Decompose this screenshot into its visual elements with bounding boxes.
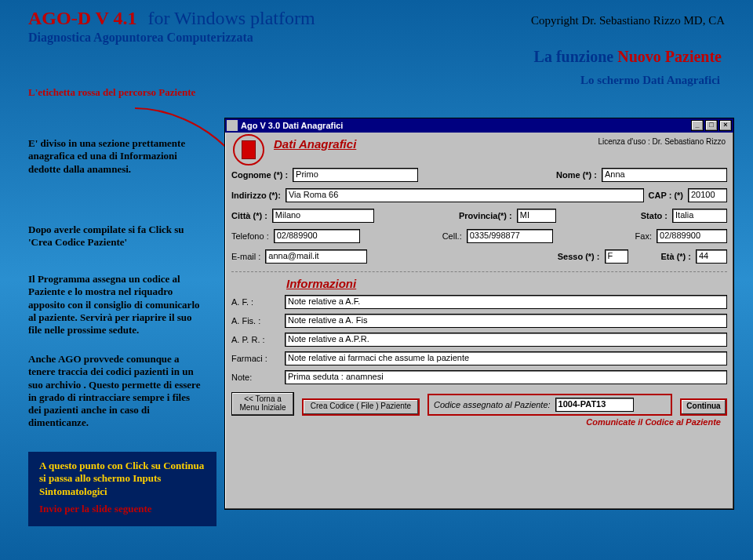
side-note-archivio: Anche AGO provvede comunque a tenere tra… bbox=[28, 353, 201, 430]
label-note: Note: bbox=[231, 373, 278, 382]
section-informazioni: Informazioni bbox=[286, 277, 727, 290]
codice-assigned-box: Codice assegnato al Paziente: 1004-PAT13 bbox=[427, 394, 672, 416]
input-cell[interactable]: 0335/998877 bbox=[467, 229, 553, 243]
label-email: E-mail : bbox=[231, 252, 260, 261]
label-sesso: Sesso (*) : bbox=[558, 252, 600, 261]
label-telefono: Telefono : bbox=[231, 231, 269, 241]
back-button[interactable]: << Torna a Menu Iniziale bbox=[231, 392, 294, 416]
subtitle: Diagnostica Agopuntorea Computerizzata bbox=[28, 31, 725, 45]
input-citta[interactable]: Milano bbox=[272, 209, 374, 223]
title-blue: for Windows platform bbox=[147, 8, 315, 29]
communicate-codice-text: Comunicate il Codice al Paziente bbox=[231, 417, 721, 427]
input-cap[interactable]: 20100 bbox=[688, 188, 727, 202]
input-afis[interactable]: Note relative a A. Fis bbox=[285, 314, 727, 328]
input-cognome[interactable]: Primo bbox=[293, 168, 418, 182]
input-nome[interactable]: Anna bbox=[602, 168, 727, 182]
label-af: A. F. : bbox=[231, 297, 278, 307]
label-cognome: Cognome (*) : bbox=[231, 170, 288, 180]
app-window: Ago V 3.0 Dati Anagrafici _ □ × Dati Ana… bbox=[224, 118, 734, 510]
side-note-invio: Invio per la slide seguente bbox=[39, 503, 206, 515]
function-line: La funzione Nuovo Paziente bbox=[0, 48, 722, 66]
input-note[interactable]: Prima seduta : anamnesi bbox=[285, 370, 727, 384]
label-codice-assegnato: Codice assegnato al Paziente: bbox=[434, 400, 551, 409]
input-email[interactable]: anna@mail.it bbox=[265, 249, 367, 264]
input-sesso[interactable]: F bbox=[605, 249, 628, 264]
close-button[interactable]: × bbox=[719, 120, 732, 131]
func-red: Nuovo Paziente bbox=[617, 48, 722, 65]
license-line: Licenza d'uso : Dr. Sebastiano Rizzo bbox=[598, 137, 726, 146]
lo-schermo-label: Lo schermo Dati Anagrafici bbox=[0, 74, 720, 87]
label-fax: Fax: bbox=[635, 231, 652, 241]
section-divider bbox=[231, 271, 727, 272]
input-farmaci[interactable]: Note relative ai farmaci che assume la p… bbox=[285, 351, 727, 365]
func-prefix: La funzione bbox=[534, 48, 618, 65]
minimize-button[interactable]: _ bbox=[691, 120, 704, 131]
input-eta[interactable]: 44 bbox=[696, 249, 727, 264]
label-citta: Città (*) : bbox=[231, 211, 267, 220]
label-nome: Nome (*) : bbox=[556, 170, 597, 180]
title-red: AGO-D V 4.1 bbox=[28, 8, 136, 29]
window-titlebar[interactable]: Ago V 3.0 Dati Anagrafici _ □ × bbox=[225, 118, 733, 133]
input-telefono[interactable]: 02/889900 bbox=[274, 229, 360, 243]
continua-button[interactable]: Continua bbox=[680, 398, 727, 416]
input-provincia[interactable]: MI bbox=[517, 209, 556, 223]
label-apr: A. P. R. : bbox=[231, 335, 278, 344]
maximize-button[interactable]: □ bbox=[705, 120, 718, 131]
window-title: Ago V 3.0 Dati Anagrafici bbox=[241, 121, 343, 130]
side-note-etichetta: L'etichetta rossa del percorso Paziente bbox=[28, 86, 201, 99]
label-eta: Età (*) : bbox=[661, 252, 692, 261]
input-stato[interactable]: Italia bbox=[672, 209, 727, 223]
label-stato: Stato : bbox=[641, 211, 668, 220]
input-apr[interactable]: Note relative a A.P.R. bbox=[285, 333, 727, 347]
side-note-continua-box: A questo punto con Click su Continua si … bbox=[28, 452, 216, 526]
slide-header: AGO-D V 4.1 for Windows platform Copyrig… bbox=[0, 0, 753, 45]
input-af[interactable]: Note relative a A.F. bbox=[285, 295, 727, 309]
side-note-codice: Il Programma assegna un codice al Pazien… bbox=[28, 273, 201, 336]
label-indirizzo: Indirizzo (*): bbox=[231, 191, 281, 200]
side-note-continua: A questo punto con Click su Continua si … bbox=[39, 460, 206, 498]
red-label-highlight bbox=[233, 134, 264, 165]
label-afis: A. Fis. : bbox=[231, 316, 278, 325]
input-indirizzo[interactable]: Via Roma 66 bbox=[286, 188, 644, 202]
input-fax[interactable]: 02/889900 bbox=[657, 229, 727, 243]
patient-path-red-label bbox=[242, 140, 256, 159]
copyright-text: Copyright Dr. Sebastiano Rizzo MD, CA bbox=[531, 14, 725, 27]
pointer-line bbox=[133, 107, 235, 162]
label-provincia: Provincia(*) : bbox=[459, 211, 512, 220]
value-codice-assegnato: 1004-PAT13 bbox=[555, 398, 634, 412]
label-cell: Cell.: bbox=[442, 231, 462, 241]
label-farmaci: Farmaci : bbox=[231, 354, 278, 363]
side-note-crea: Dopo averle compilate si fa Click su 'Cr… bbox=[28, 224, 201, 249]
label-cap: CAP : (*) bbox=[649, 191, 683, 200]
crea-codice-button[interactable]: Crea Codice ( File ) Paziente bbox=[302, 398, 420, 416]
app-icon bbox=[227, 120, 238, 131]
